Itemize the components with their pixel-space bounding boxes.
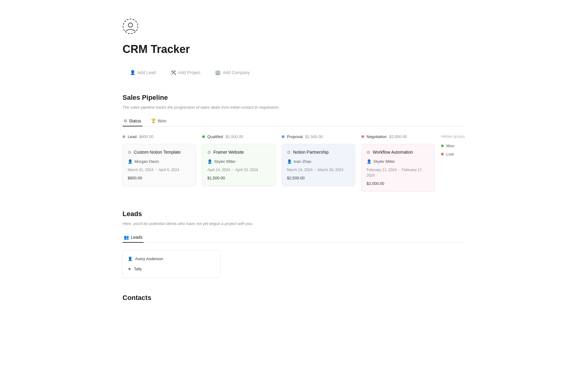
person-icon-proposal: 👤 <box>287 159 292 165</box>
pipeline-columns: Lead $800.00 ⊙ Custom Notion Template 👤 … <box>123 134 466 194</box>
leads-card-source-row: ★ Tally <box>128 265 215 273</box>
pipeline-card-negotiation[interactable]: ⊙ Workflow Automation 👤 Skyler Miller Fe… <box>361 144 435 192</box>
person-icon-lead: 👤 <box>128 159 133 165</box>
tab-leads[interactable]: 👥 Leads <box>123 232 144 243</box>
leads-section: Leads Here, you'll list potential client… <box>123 209 466 278</box>
negotiation-label: Negotiation <box>367 134 387 140</box>
add-project-button[interactable]: 🛠️ Add Project <box>163 67 208 78</box>
page-title: CRM Tracker <box>123 41 466 58</box>
proposal-label: Proposal <box>287 134 303 140</box>
logo <box>123 18 466 41</box>
person-icon: 👤 <box>130 70 136 75</box>
add-lead-button[interactable]: 👤 Add Lead <box>123 67 163 78</box>
lead-dates: March 31, 2024 → April 6, 2024 <box>128 167 191 173</box>
pipeline-tabs: ⊙ Status 🏆 Won <box>123 116 466 126</box>
negotiation-amount: $2,000.00 <box>389 134 407 140</box>
proposal-card-amount: $2,500.00 <box>287 175 350 181</box>
company-icon: 🏢 <box>215 70 221 75</box>
project-icon: 🛠️ <box>171 70 176 75</box>
leads-person-name: Avery Anderson <box>135 256 163 262</box>
pipeline-card-proposal[interactable]: ⊙ Notion Partnership 👤 Ivan Zhao March 2… <box>282 144 355 186</box>
person-icon-qualified: 👤 <box>207 159 212 165</box>
notion-icon-qualified: ⊙ <box>207 149 211 155</box>
pipeline-card-lead[interactable]: ⊙ Custom Notion Template 👤 Morgan Davis … <box>123 144 196 186</box>
leads-person-icon: 👤 <box>128 256 133 262</box>
trophy-icon: 🏆 <box>151 118 156 123</box>
leads-star-icon: ★ <box>128 266 131 272</box>
proposal-dot <box>282 135 285 138</box>
leads-tab-icon: 👥 <box>124 235 129 240</box>
lost-dot <box>441 153 444 155</box>
hidden-group-won: Won $0.00 <box>441 143 466 149</box>
quick-actions: 👤 Add Lead 🛠️ Add Project 🏢 Add Company <box>123 67 466 78</box>
lead-card-amount: $800.00 <box>128 175 191 181</box>
qualified-label: Qualified <box>207 134 223 140</box>
proposal-amount: $2,500.00 <box>305 134 323 140</box>
pipeline-col-negotiation: Negotiation $2,000.00 ⊙ Workflow Automat… <box>361 134 435 192</box>
qualified-amount: $1,500.00 <box>225 134 243 140</box>
lead-dot <box>123 135 125 138</box>
notion-icon-negotiation: ⊙ <box>367 149 370 155</box>
negotiation-dot <box>361 135 364 138</box>
leads-tabs: 👥 Leads <box>123 232 466 243</box>
leads-source: Tally <box>134 266 142 272</box>
tab-won[interactable]: 🏆 Won <box>150 116 168 126</box>
sales-pipeline-title: Sales Pipeline <box>123 92 466 103</box>
status-icon: ⊙ <box>124 118 127 123</box>
contacts-title: Contacts <box>123 293 466 303</box>
qualified-dates: April 14, 2024 → April 20, 2024 <box>207 167 270 173</box>
proposal-dates: March 24, 2024 → March 30, 2024 <box>287 167 350 173</box>
qualified-dot <box>202 135 205 138</box>
won-dot <box>441 144 444 147</box>
svg-point-0 <box>123 19 138 34</box>
pipeline-col-proposal: Proposal $2,500.00 ⊙ Notion Partnership … <box>282 134 355 192</box>
add-company-button[interactable]: 🏢 Add Company <box>208 67 257 78</box>
negotiation-dates: February 11, 2024 → February 17, 2024 <box>367 167 430 178</box>
svg-point-1 <box>128 23 133 27</box>
tab-status[interactable]: ⊙ Status <box>123 116 142 126</box>
pipeline-col-qualified: Qualified $1,500.00 ⊙ Framer Website 👤 S… <box>202 134 276 192</box>
hidden-groups-label: Hidden groups <box>441 134 466 139</box>
leads-title: Leads <box>123 209 466 219</box>
notion-icon-proposal: ⊙ <box>287 149 291 155</box>
leads-desc: Here, you'll list potential clients who … <box>123 221 466 227</box>
lead-label: Lead <box>128 134 137 140</box>
leads-card-person-row: 👤 Avery Anderson <box>128 255 215 263</box>
qualified-card-amount: $1,500.00 <box>207 175 270 181</box>
notion-icon-lead: ⊙ <box>128 149 131 155</box>
sales-pipeline-desc: The sales pipeline tracks the progressio… <box>123 104 466 110</box>
sales-pipeline-section: Sales Pipeline The sales pipeline tracks… <box>123 92 466 194</box>
leads-card[interactable]: 👤 Avery Anderson ★ Tally <box>123 250 221 278</box>
hidden-group-lost: Lost $0.00 <box>441 151 466 157</box>
contacts-section: Contacts <box>123 293 466 303</box>
pipeline-card-qualified[interactable]: ⊙ Framer Website 👤 Skyler Miller April 1… <box>202 144 276 186</box>
negotiation-card-amount: $2,000.00 <box>367 181 430 187</box>
lead-amount: $800.00 <box>139 134 153 140</box>
person-icon-negotiation: 👤 <box>367 159 371 165</box>
hidden-groups: Hidden groups Won $0.00 Lost $0.00 <box>441 134 466 192</box>
pipeline-col-lead: Lead $800.00 ⊙ Custom Notion Template 👤 … <box>123 134 196 192</box>
